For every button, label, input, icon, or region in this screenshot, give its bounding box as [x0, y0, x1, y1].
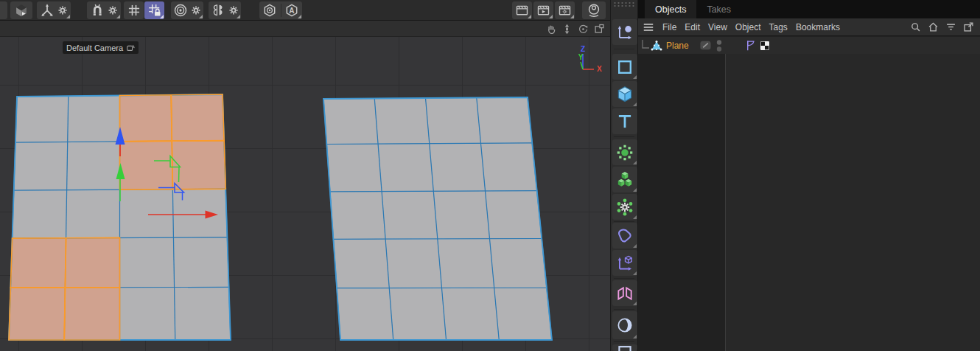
- plane-left-cell[interactable]: [15, 96, 69, 142]
- object-tree[interactable]: Plane: [638, 37, 980, 351]
- plane-right-cell[interactable]: [326, 144, 382, 192]
- plane-left-cell[interactable]: [173, 237, 228, 288]
- plane-left-cell[interactable]: [120, 95, 172, 142]
- visibility-dots[interactable]: [715, 39, 723, 52]
- plane-right-cell[interactable]: [330, 192, 385, 240]
- plane-left-cell[interactable]: [172, 189, 227, 237]
- plane-left-cell[interactable]: [120, 190, 174, 238]
- plane-right-cell[interactable]: [494, 288, 552, 340]
- hamburger-menu-icon[interactable]: [643, 21, 654, 33]
- plane-right-cell[interactable]: [490, 238, 547, 288]
- make-editable-button[interactable]: [612, 19, 637, 45]
- column-divider[interactable]: [725, 37, 726, 351]
- edit-badge[interactable]: [699, 40, 712, 51]
- plane-left-cell[interactable]: [10, 238, 66, 288]
- plane-right-cell[interactable]: [389, 288, 446, 340]
- tab-takes[interactable]: Takes: [696, 0, 741, 18]
- plane-right-cell[interactable]: [323, 99, 378, 145]
- plane-left-cell[interactable]: [120, 288, 175, 340]
- orbit-icon[interactable]: [577, 23, 589, 35]
- plane-left-cell[interactable]: [14, 142, 68, 190]
- maximize-icon[interactable]: [593, 23, 606, 35]
- menu-edit[interactable]: Edit: [685, 22, 700, 32]
- grid-hash-icon: [127, 3, 141, 18]
- menu-view[interactable]: View: [708, 22, 727, 32]
- plane-left-cell[interactable]: [65, 237, 119, 287]
- plane-right-cell[interactable]: [485, 191, 542, 239]
- plane-right-cell[interactable]: [337, 288, 393, 340]
- plane-left-cell[interactable]: [66, 190, 120, 238]
- plane-left-cell[interactable]: [68, 96, 120, 142]
- plane-right-cell[interactable]: [430, 143, 486, 191]
- dolly-icon[interactable]: [561, 23, 573, 35]
- viewport-canvas[interactable]: ZYX Default Camera: [0, 37, 610, 351]
- partial-bottom-button[interactable]: [612, 344, 637, 351]
- modeling-cube-button[interactable]: [10, 1, 32, 19]
- plane-right-cell[interactable]: [438, 239, 494, 288]
- popout-icon[interactable]: [963, 21, 974, 32]
- plane-right-cell[interactable]: [433, 191, 489, 239]
- object-label[interactable]: Plane: [666, 41, 689, 51]
- render-settings-button[interactable]: [555, 1, 575, 19]
- plane-left-cell[interactable]: [9, 288, 65, 340]
- ngon-mode-button[interactable]: [612, 223, 637, 249]
- model-mode-button[interactable]: [612, 54, 637, 80]
- mirror-button[interactable]: [209, 1, 241, 19]
- points-mode-button[interactable]: [612, 139, 637, 165]
- plane-right-cell[interactable]: [441, 288, 499, 340]
- plane-left-cell[interactable]: [13, 190, 67, 238]
- snap-magnet-button[interactable]: [87, 1, 121, 19]
- plane-left-cell[interactable]: [67, 142, 120, 190]
- quantize-button[interactable]: [171, 1, 203, 19]
- menu-bookmarks[interactable]: Bookmarks: [796, 22, 840, 32]
- partial-edge-button[interactable]: [0, 1, 7, 19]
- palette-drag-handle[interactable]: [613, 1, 635, 7]
- plane-right-cell[interactable]: [477, 97, 532, 143]
- object-mode-button[interactable]: [612, 81, 637, 107]
- phong-tag-icon[interactable]: [745, 39, 756, 52]
- axis-tool-button[interactable]: [37, 1, 71, 19]
- camera-label[interactable]: Default Camera: [63, 41, 139, 54]
- plane-left-cell[interactable]: [171, 94, 224, 141]
- plane-right-cell[interactable]: [426, 98, 481, 144]
- hexagon-group: A: [259, 1, 302, 19]
- object-row-plane[interactable]: Plane: [638, 37, 980, 54]
- search-icon[interactable]: [910, 21, 921, 32]
- home-icon[interactable]: [928, 21, 939, 32]
- plane-right-cell[interactable]: [333, 239, 389, 288]
- scene-svg[interactable]: ZYX: [0, 37, 610, 351]
- filter-icon[interactable]: [945, 21, 956, 32]
- plane-right-cell[interactable]: [480, 143, 536, 191]
- render-picture-viewer-button[interactable]: [533, 1, 553, 19]
- menu-tags[interactable]: Tags: [769, 22, 788, 32]
- polygons-mode-button[interactable]: [612, 194, 637, 220]
- pan-hand-icon[interactable]: [545, 23, 557, 35]
- plane-left-cell[interactable]: [172, 141, 225, 190]
- symmetry-mode-button[interactable]: [612, 280, 637, 306]
- menu-file[interactable]: File: [662, 22, 676, 32]
- enable-axis-button[interactable]: [612, 250, 637, 276]
- render-view-button[interactable]: [512, 1, 532, 19]
- plane-left-cell[interactable]: [64, 288, 119, 340]
- plane-right-cell[interactable]: [378, 144, 433, 192]
- plane-right-cell[interactable]: [385, 239, 441, 288]
- plane-left-cell[interactable]: [175, 287, 231, 340]
- edges-mode-button[interactable]: [612, 167, 637, 192]
- node-hexagon-icon[interactable]: [261, 2, 279, 18]
- plane-object-icon[interactable]: [650, 39, 663, 52]
- viewport-solo-button[interactable]: [612, 311, 637, 339]
- uvw-tag-icon[interactable]: [759, 40, 771, 52]
- workplane-grid-button[interactable]: [124, 1, 144, 19]
- menu-object[interactable]: Object: [735, 22, 761, 32]
- divider: [281, 4, 281, 17]
- lock-workplane-button[interactable]: [144, 1, 164, 19]
- plane-right-cell[interactable]: [374, 98, 430, 144]
- divider: [614, 309, 634, 310]
- plane-left-cell[interactable]: [120, 237, 175, 288]
- plane-right-cell[interactable]: [382, 191, 438, 239]
- tab-objects[interactable]: Objects: [645, 0, 696, 18]
- move-gizmo-part[interactable]: [179, 167, 180, 183]
- plane-left-cell[interactable]: [120, 141, 173, 190]
- texture-mode-button[interactable]: [612, 108, 637, 134]
- render-sphere-button[interactable]: [582, 1, 606, 19]
